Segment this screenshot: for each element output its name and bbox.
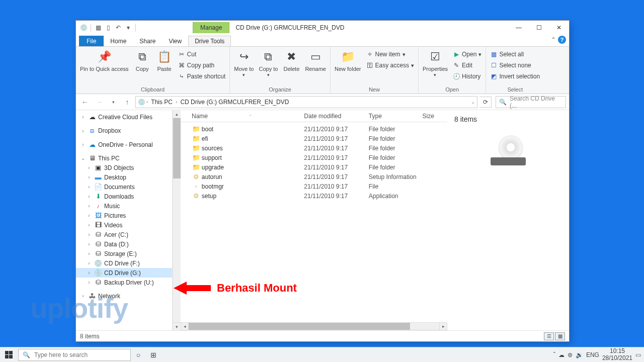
recent-locations-button[interactable]: ▾ — [107, 96, 119, 108]
horizontal-scrollbar[interactable]: ◂ ▸ — [181, 322, 447, 330]
file-row[interactable]: 📁boot21/11/2010 9:17File folder — [181, 124, 447, 134]
scroll-right-icon[interactable]: ▸ — [439, 322, 447, 330]
pin-quick-access-button[interactable]: 📌Pin to Quick access — [78, 48, 131, 84]
easy-access-button[interactable]: ⚿Easy access ▾ — [364, 60, 416, 71]
scrollbar-thumb[interactable] — [189, 323, 410, 330]
copy-button[interactable]: ⧉Copy — [132, 48, 153, 84]
tab-view[interactable]: View — [162, 36, 188, 46]
taskbar-search[interactable]: 🔍 Type here to search — [18, 349, 131, 361]
search-field[interactable]: 🔍 Search CD Drive (... — [496, 96, 566, 108]
tree-pictures[interactable]: ›🖼Pictures — [76, 211, 172, 220]
scroll-left-icon[interactable]: ◂ — [181, 322, 189, 330]
open-button[interactable]: ▶Open ▾ — [451, 49, 484, 60]
qat-undo-icon[interactable]: ↶ — [114, 23, 123, 32]
tray-overflow-icon[interactable]: ˆ — [553, 351, 555, 358]
up-button[interactable]: ↑ — [121, 96, 133, 108]
tree-onedrive[interactable]: ›☁OneDrive - Personal — [76, 140, 172, 149]
history-button[interactable]: 🕘History — [451, 71, 484, 82]
forward-button[interactable]: → — [93, 96, 105, 108]
tab-drive-tools[interactable]: Drive Tools — [188, 36, 231, 46]
file-row[interactable]: 📁upgrade21/11/2010 9:17File folder — [181, 162, 447, 172]
tree-drive-e[interactable]: ›⛁Storage (E:) — [76, 249, 172, 258]
select-none-button[interactable]: ☐Select none — [488, 60, 542, 71]
edit-button[interactable]: ✎Edit — [451, 60, 484, 71]
tray-volume-icon[interactable]: 🔉 — [576, 351, 583, 358]
new-item-button[interactable]: ✧New item ▾ — [364, 49, 416, 60]
start-button[interactable] — [0, 347, 17, 363]
tree-3d-objects[interactable]: ›▣3D Objects — [76, 163, 172, 172]
qat-properties-icon[interactable]: ▦ — [94, 23, 103, 32]
help-icon[interactable]: ? — [558, 36, 566, 44]
delete-button[interactable]: ✖Delete — [281, 48, 302, 84]
tree-downloads[interactable]: ›⬇Downloads — [76, 192, 172, 201]
paste-shortcut-button[interactable]: ⤷Paste shortcut — [176, 71, 228, 82]
tree-creative-cloud[interactable]: ›☁Creative Cloud Files — [76, 112, 172, 122]
view-large-icons-button[interactable]: ▦ — [555, 332, 565, 340]
collapse-ribbon-icon[interactable]: ⌃ — [551, 36, 556, 43]
back-button[interactable]: ← — [79, 96, 91, 108]
scroll-track[interactable] — [189, 322, 439, 330]
navpane-scrollbar[interactable]: ▴ ▾ — [173, 110, 181, 330]
file-row[interactable]: ⚙setup21/11/2010 9:17Application — [181, 191, 447, 201]
properties-button[interactable]: ☑Properties▾ — [421, 48, 450, 84]
app-icon[interactable]: 💿 — [79, 23, 88, 32]
select-all-button[interactable]: ▦Select all — [488, 49, 542, 60]
qat-customize-icon[interactable]: ▾ — [124, 23, 133, 32]
address-field[interactable]: 💿 › This PC › CD Drive (G:) GRMCULFRER_E… — [135, 96, 477, 108]
file-row[interactable]: 📁efi21/11/2010 9:17File folder — [181, 134, 447, 143]
breadcrumb-location[interactable]: CD Drive (G:) GRMCULFRER_EN_DVD — [178, 99, 291, 106]
tab-home[interactable]: Home — [104, 36, 133, 46]
file-row[interactable]: ⚙autorun21/11/2010 9:17Setup Information — [181, 172, 447, 182]
tree-documents[interactable]: ›📄Documents — [76, 182, 172, 192]
move-to-button[interactable]: ↪Move to▾ — [232, 48, 256, 84]
tree-videos[interactable]: ›🎞Videos — [76, 220, 172, 230]
tray-language[interactable]: ENG — [586, 351, 599, 358]
tray-clock[interactable]: 10:15 28/10/2021 — [602, 348, 632, 361]
address-dropdown-icon[interactable]: ⌄ — [471, 99, 475, 105]
cut-button[interactable]: ✂Cut — [176, 49, 228, 60]
tray-onedrive-icon[interactable]: ☁ — [558, 351, 565, 358]
rename-button[interactable]: ▭Rename — [303, 48, 328, 84]
column-name[interactable]: Name ˆ — [192, 113, 304, 120]
tree-desktop[interactable]: ›▬Desktop — [76, 172, 172, 182]
drive-icon: ⛁ — [94, 279, 102, 286]
properties-icon: ☑ — [430, 49, 440, 65]
copy-to-button[interactable]: ⧉Copy to▾ — [257, 48, 280, 84]
view-details-button[interactable]: ☰ — [544, 332, 554, 340]
tree-drive-g[interactable]: ›💿CD Drive (G:) — [76, 268, 172, 278]
new-folder-button[interactable]: 📁New folder — [333, 48, 363, 84]
tree-this-pc[interactable]: ⌄🖥This PC — [76, 153, 172, 163]
file-row[interactable]: 📁support21/11/2010 9:17File folder — [181, 153, 447, 162]
scroll-down-icon[interactable]: ▾ — [173, 322, 181, 330]
tray-network-icon[interactable]: ⊚ — [568, 351, 573, 358]
tree-drive-u[interactable]: ›⛁Backup Driver (U:) — [76, 278, 172, 287]
minimize-button[interactable]: — — [509, 21, 529, 35]
close-button[interactable]: ✕ — [549, 21, 569, 35]
tree-drive-f[interactable]: ›💿CD Drive (F:) — [76, 258, 172, 268]
invert-selection-button[interactable]: ◩Invert selection — [488, 71, 542, 82]
cortana-button[interactable]: ○ — [131, 347, 146, 363]
tree-dropbox[interactable]: ›⧈Dropbox — [76, 126, 172, 136]
tab-share[interactable]: Share — [133, 36, 162, 46]
paste-button[interactable]: 📋Paste — [154, 48, 175, 84]
column-date[interactable]: Date modified — [304, 113, 368, 120]
tree-drive-c[interactable]: ›⛁Acer (C:) — [76, 230, 172, 239]
copy-path-button[interactable]: ⌘Copy path — [176, 60, 228, 71]
file-row[interactable]: 📁sources21/11/2010 9:17File folder — [181, 143, 447, 153]
contextual-tab-manage[interactable]: Manage — [193, 22, 229, 33]
task-view-button[interactable]: ⊞ — [146, 347, 161, 363]
file-row[interactable]: ▫bootmgr21/11/2010 9:17File — [181, 182, 447, 191]
column-size[interactable]: Size — [423, 113, 447, 120]
breadcrumb-this-pc[interactable]: This PC — [149, 99, 175, 106]
tree-music[interactable]: ›♪Music — [76, 201, 172, 211]
tab-file[interactable]: File — [79, 36, 104, 46]
maximize-button[interactable]: ☐ — [529, 21, 549, 35]
scroll-up-icon[interactable]: ▴ — [173, 110, 181, 118]
refresh-button[interactable]: ⟳ — [479, 97, 492, 108]
tray-notifications-icon[interactable]: ▭ — [635, 351, 641, 358]
scrollbar-thumb[interactable] — [173, 118, 181, 178]
tree-drive-d[interactable]: ›⛁Data (D:) — [76, 239, 172, 249]
qat-newfolder-icon[interactable]: ▯ — [104, 23, 113, 32]
column-type[interactable]: Type — [369, 113, 423, 120]
new-item-icon: ✧ — [366, 51, 373, 58]
